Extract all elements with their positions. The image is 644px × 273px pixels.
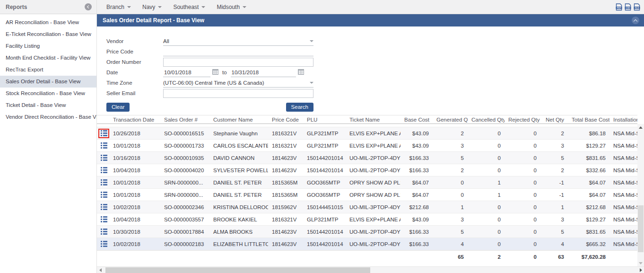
column-header[interactable]: Transaction Date bbox=[109, 117, 160, 123]
table-row[interactable]: 10/16/2018SO-0000010935DAVID CANNON18146… bbox=[97, 152, 637, 164]
column-header[interactable]: Net Qty bbox=[540, 117, 568, 123]
date-from-input[interactable] bbox=[163, 68, 210, 77]
scroll-left-icon[interactable] bbox=[97, 267, 104, 273]
cell-sales-order: SRN-0000000... bbox=[160, 192, 209, 198]
calendar-icon[interactable] bbox=[298, 69, 304, 75]
row-detail-menu-icon[interactable] bbox=[100, 215, 108, 224]
report-title: Sales Order Detail Report - Base View bbox=[103, 17, 204, 24]
table-row[interactable]: 10/01/2018SRN-0000000...DANIEL ST. PETER… bbox=[97, 189, 637, 201]
clear-button[interactable]: Clear bbox=[106, 103, 130, 112]
column-header[interactable]: Customer Name bbox=[209, 117, 268, 123]
table-row[interactable]: 10/04/2018SO-0000003557BROOKE KAKIEL1816… bbox=[97, 213, 637, 226]
column-header[interactable]: Total Base Cost bbox=[568, 117, 609, 123]
cell-customer-name: ALMA BROOKS bbox=[209, 229, 268, 235]
export-csv-icon[interactable]: CSV bbox=[625, 3, 631, 11]
cell-ticket-name: UO-MIL-2PTOP-4DY A bbox=[346, 167, 400, 173]
sidebar-item[interactable]: AR Reconciliation - Base View bbox=[0, 17, 96, 28]
sidebar-item[interactable]: RecTrac Export bbox=[0, 64, 96, 76]
top-menu-item[interactable]: Navy bbox=[137, 0, 167, 14]
row-detail-menu-icon[interactable] bbox=[100, 227, 108, 236]
cell-rejected-qty: 0 bbox=[505, 180, 540, 185]
cell-base-cost: $64.07 bbox=[400, 192, 433, 198]
cell-customer-name: Stephanie Vaughn bbox=[209, 131, 268, 136]
row-detail-menu-icon[interactable] bbox=[100, 178, 108, 187]
horizontal-scroll-thumb[interactable] bbox=[105, 267, 370, 273]
cell-plu: 150144201014 bbox=[303, 155, 346, 161]
price-code-input[interactable] bbox=[163, 47, 313, 56]
cell-transaction-date: 10/01/2018 bbox=[109, 192, 160, 198]
scroll-down-icon[interactable] bbox=[637, 260, 644, 266]
cell-transaction-date: 10/01/2018 bbox=[109, 143, 160, 149]
column-header[interactable]: Ticket Name bbox=[346, 117, 400, 123]
top-menu-item[interactable]: Midsouth bbox=[211, 0, 252, 14]
column-header[interactable]: Price Code bbox=[268, 117, 303, 123]
table-row[interactable]: 10/01/2018SO-0000001733CARLOS ESCALANTE1… bbox=[97, 140, 637, 152]
column-header[interactable]: Rejected Qty bbox=[505, 117, 540, 123]
top-menu-item[interactable]: Southeast bbox=[167, 0, 211, 14]
row-detail-menu-icon[interactable] bbox=[100, 153, 108, 162]
cell-sales-order: SO-0000017884 bbox=[160, 229, 209, 235]
vertical-scrollbar[interactable] bbox=[637, 124, 644, 266]
column-header[interactable]: Installation bbox=[609, 117, 637, 123]
column-header[interactable]: Cancelled Qty bbox=[468, 117, 505, 123]
sidebar-item[interactable]: Ticket Detail - Base View bbox=[0, 99, 96, 111]
sidebar-collapse-button[interactable] bbox=[85, 3, 92, 10]
cell-cancelled-qty: 0 bbox=[468, 204, 505, 210]
table-row[interactable]: 10/04/2018SO-0000004020SYLVESTER POWELL1… bbox=[97, 164, 637, 176]
table-row[interactable]: 10/26/2018SO-0000016515Stephanie Vaughn1… bbox=[97, 127, 637, 140]
row-detail-menu-icon[interactable] bbox=[100, 129, 108, 138]
date-to-input[interactable] bbox=[231, 68, 296, 77]
row-detail-menu-icon[interactable] bbox=[100, 203, 108, 211]
sidebar-item[interactable]: Month End Checklist - Facility View bbox=[0, 52, 96, 64]
cell-base-cost: $212.68 bbox=[400, 204, 433, 210]
time-zone-select[interactable]: (UTC-06:00) Central Time (US & Canada) bbox=[163, 79, 313, 88]
row-detail-menu-icon[interactable] bbox=[100, 166, 108, 175]
sidebar-item[interactable]: Sales Order Detail - Base View bbox=[0, 76, 96, 88]
cell-generated-qty: 3 bbox=[433, 217, 468, 222]
cell-net-qty: 5 bbox=[540, 229, 568, 235]
cell-customer-name: ELIZABETH LITTLETON bbox=[209, 241, 268, 247]
cell-cancelled-qty: 0 bbox=[468, 167, 505, 173]
sidebar-item[interactable]: Stock Reconciliation - Base View bbox=[0, 88, 96, 99]
cell-cancelled-qty: 1 bbox=[468, 192, 505, 198]
cell-generated-qty: 5 bbox=[433, 229, 468, 235]
order-number-input[interactable] bbox=[163, 58, 313, 67]
table-row[interactable]: 10/30/2018SO-0000017884ALMA BROOKS181462… bbox=[97, 226, 637, 238]
scroll-up-icon[interactable] bbox=[637, 124, 644, 131]
table-row[interactable]: 10/02/2018SO-0000002183ELIZABETH LITTLET… bbox=[97, 238, 637, 250]
row-detail-menu-icon[interactable] bbox=[100, 190, 108, 199]
sidebar-item[interactable]: Facility Listing bbox=[0, 40, 96, 52]
row-detail-menu-icon[interactable] bbox=[100, 239, 108, 248]
horizontal-scroll-track[interactable] bbox=[104, 267, 637, 273]
cell-ticket-name: UO-MIL-2PTOP-4DY A bbox=[346, 241, 400, 247]
row-detail-menu-icon[interactable] bbox=[100, 141, 108, 150]
search-button[interactable]: Search bbox=[286, 103, 313, 112]
scroll-right-icon[interactable] bbox=[637, 267, 644, 273]
export-xls-icon[interactable]: XLS bbox=[634, 3, 640, 11]
total-base-cost: $7,620.28 bbox=[568, 254, 609, 260]
export-pdf-icon[interactable]: PDF bbox=[616, 3, 622, 11]
sidebar-item[interactable]: Vendor Direct Reconciliation - Base View bbox=[0, 111, 96, 123]
cell-cancelled-qty: 1 bbox=[468, 180, 505, 185]
cell-customer-name: BROOKE KAKIEL bbox=[209, 217, 268, 222]
vertical-scroll-track[interactable] bbox=[637, 131, 644, 260]
top-menu-label: Southeast bbox=[173, 4, 199, 10]
panel-collapse-icon[interactable] bbox=[632, 17, 639, 24]
column-header[interactable]: PLU bbox=[303, 117, 346, 123]
cell-generated-qty: 1 bbox=[433, 204, 468, 210]
top-menu-item[interactable]: Branch bbox=[101, 0, 137, 14]
seller-email-input[interactable] bbox=[163, 89, 313, 98]
date-to-word: to bbox=[222, 70, 227, 75]
table-row[interactable]: 10/02/2018SO-0000002346KRISTINA DELLOROC… bbox=[97, 201, 637, 213]
table-row[interactable]: 10/01/2018SRN-0000000...DANIEL ST. PETER… bbox=[97, 176, 637, 189]
sidebar-item[interactable]: E-Ticket Reconciliation - Base View bbox=[0, 28, 96, 40]
column-header[interactable]: Base Cost bbox=[400, 117, 433, 123]
horizontal-scrollbar[interactable] bbox=[97, 266, 644, 273]
vertical-scroll-thumb[interactable] bbox=[638, 205, 644, 252]
vendor-select[interactable]: All bbox=[163, 37, 313, 46]
cell-total-base-cost: $212.68 bbox=[568, 204, 609, 210]
cell-rejected-qty: 0 bbox=[505, 241, 540, 247]
column-header[interactable]: Generated Qty bbox=[433, 117, 468, 123]
calendar-icon[interactable] bbox=[212, 69, 218, 75]
column-header[interactable]: Sales Order # bbox=[160, 117, 209, 123]
